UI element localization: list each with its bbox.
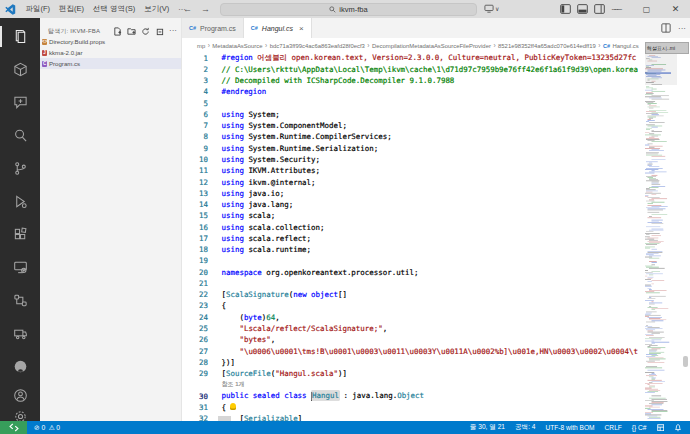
activity-remote-explorer[interactable] [0, 251, 40, 284]
language-status[interactable]: {} C# [632, 424, 647, 431]
breadcrumb-item[interactable]: Hangul.cs [613, 43, 639, 49]
file-row-directory-build-props[interactable]: <> Directory.Build.props [40, 36, 181, 47]
line-number: 24 [182, 313, 208, 322]
breadcrumb-item[interactable]: MetadataAsSource [212, 43, 262, 49]
activity-package[interactable] [0, 53, 40, 86]
close-button[interactable]: ✕ [661, 4, 690, 14]
line-number: 9 [182, 144, 208, 153]
code-line-10[interactable]: 10using System.Security; [182, 154, 645, 165]
activity-bar [0, 18, 40, 421]
encoding-status[interactable]: UTF-8 with BOM [546, 424, 595, 431]
vscode-logo-icon [5, 4, 16, 15]
accounts-button[interactable] [0, 384, 40, 406]
code-line-2[interactable]: 2// C:\Users\rkttu\AppData\Local\Temp\ik… [182, 64, 645, 75]
code-line-7[interactable]: 7using System.ComponentModel; [182, 120, 645, 131]
problems-status[interactable]: ⊘ 0 ⚠ 0 [34, 424, 60, 432]
indentation-status[interactable]: 공백: 4 [515, 423, 536, 432]
code-line-27[interactable]: 27 "\u0006\u0001\tms!B\u0001\u0003\u0011… [182, 345, 645, 356]
activity-run-debug[interactable] [0, 185, 40, 218]
refresh-icon[interactable] [141, 27, 150, 36]
code-line-6[interactable]: 6using System; [182, 109, 645, 120]
tab-hangul-cs[interactable]: C# Hangul.cs × [244, 18, 312, 38]
tab-program-cs[interactable]: C# Program.cs [182, 18, 244, 38]
line-number: 22 [182, 290, 208, 299]
code-line-25[interactable]: 25 "Lscala/reflect/ScalaSignature;", [182, 323, 645, 334]
code-line-21[interactable]: 21 [182, 278, 645, 289]
nav-back-icon[interactable]: ← [183, 4, 192, 14]
new-folder-icon[interactable] [127, 27, 136, 36]
menu-selection[interactable]: 선택 영역(S) [89, 0, 140, 18]
file-row-program-cs[interactable]: C Program.cs [40, 58, 181, 69]
code-line-24[interactable]: 24 (byte)64, [182, 312, 645, 323]
restore-button[interactable]: ▢ [632, 5, 661, 14]
code-line-1[interactable]: 1#region 어셈블리 open.korean.text, Version=… [182, 53, 645, 64]
command-center-search[interactable]: ikvm-fba [220, 3, 477, 16]
breadcrumb-item[interactable]: bdc71a3ff99c4ac6a863eafd28f0ecf3 [270, 43, 365, 49]
activity-source-control[interactable] [0, 152, 40, 185]
eol-status[interactable]: CRLF [605, 424, 622, 431]
bell-icon[interactable] [674, 423, 682, 432]
code-line-31[interactable]: 31{ [182, 402, 645, 413]
line-number: 13 [182, 189, 208, 198]
scrollbar-thumb[interactable] [683, 356, 688, 367]
code-line-17[interactable]: 17using scala.reflect; [182, 233, 645, 244]
cursor-position[interactable]: 줄 30, 열 21 [470, 423, 505, 432]
code-line-3[interactable]: 3// Decompiled with ICSharpCode.Decompil… [182, 75, 645, 86]
activity-chat[interactable] [0, 86, 40, 119]
code-line-13[interactable]: 13using java.io; [182, 188, 645, 199]
new-file-icon[interactable] [113, 27, 122, 36]
screencast-toggle[interactable]: ∨ [484, 4, 499, 13]
line-number: 21 [182, 279, 208, 288]
breadcrumb-item[interactable]: 8521e98352ff4a65adc070e614edff19 [498, 43, 596, 49]
tab-label: Hangul.cs [262, 25, 293, 32]
code-line-18[interactable]: 18using scala.runtime; [182, 244, 645, 255]
code-line-19[interactable]: 19 [182, 255, 645, 266]
feedback-icon[interactable] [657, 424, 665, 432]
code-line-23[interactable]: 23{ [182, 300, 645, 311]
remote-indicator[interactable] [0, 421, 27, 434]
toggle-sidebar-icon[interactable] [560, 4, 571, 14]
close-tab-icon[interactable]: × [299, 24, 304, 33]
code-line-26[interactable]: 26 "bytes", [182, 334, 645, 345]
line-number: 12 [182, 178, 208, 187]
code-line-16[interactable]: 16using scala.collection; [182, 221, 645, 232]
minimap[interactable] [645, 53, 677, 421]
editor-group: C# Program.cs C# Hangul.cs × ··· mp› Met… [182, 18, 690, 421]
code-line-8[interactable]: 8using System.Runtime.CompilerServices; [182, 131, 645, 142]
status-bar: ⊘ 0 ⚠ 0 줄 30, 열 21 공백: 4 UTF-8 with BOM … [0, 421, 690, 434]
code-line-29[interactable]: 29[SourceFile("Hangul.scala")] [182, 368, 645, 379]
activity-github[interactable] [0, 350, 40, 383]
breadcrumb-item[interactable]: mp [197, 43, 205, 49]
code-line-12[interactable]: 12using ikvm.@internal; [182, 176, 645, 187]
code-line-11[interactable]: 11using IKVM.Attributes; [182, 165, 645, 176]
code-line-15[interactable]: 15using scala; [182, 210, 645, 221]
minimize-button[interactable]: — [603, 4, 632, 14]
split-editor-icon[interactable] [661, 23, 671, 33]
code-line-22[interactable]: 22[ScalaSignature(new object[] [182, 289, 645, 300]
activity-search[interactable] [0, 119, 40, 152]
views-more-icon[interactable]: ··· [169, 27, 177, 35]
code-line-4[interactable]: 4#endregion [182, 86, 645, 97]
menu-edit[interactable]: 편집(E) [55, 0, 89, 18]
editor-more-actions-icon[interactable]: ··· [678, 24, 686, 33]
explorer-icon [13, 29, 28, 44]
activity-containers[interactable] [0, 317, 40, 350]
code-line-28[interactable]: 28})] [182, 357, 645, 368]
code-line-5[interactable]: 5 [182, 98, 645, 109]
collapse-all-icon[interactable] [155, 27, 164, 36]
file-row-kkma-jar[interactable]: J kkma-2.0.jar [40, 47, 181, 58]
activity-explorer[interactable] [0, 20, 40, 53]
toggle-panel-icon[interactable] [577, 4, 588, 14]
menu-view[interactable]: 보기(V) [140, 0, 174, 18]
code-line-20[interactable]: 20namespace org.openkoreantext.processor… [182, 267, 645, 278]
activity-extensions[interactable] [0, 218, 40, 251]
code-line-14[interactable]: 14using java.lang; [182, 199, 645, 210]
breadcrumb-item[interactable]: DecompilationMetadataAsSourceFileProvide… [372, 43, 491, 49]
nav-forward-icon[interactable]: → [201, 4, 210, 14]
activity-references[interactable] [0, 284, 40, 317]
code-line-30[interactable]: 30public sealed class Hangul : java.lang… [182, 390, 645, 401]
menu-file[interactable]: 파일(F) [21, 0, 55, 18]
code-line-9[interactable]: 9using System.Runtime.Serialization; [182, 143, 645, 154]
minimap-slider[interactable] [645, 53, 677, 85]
codelens-row[interactable]: 참조 1개 [182, 379, 645, 390]
